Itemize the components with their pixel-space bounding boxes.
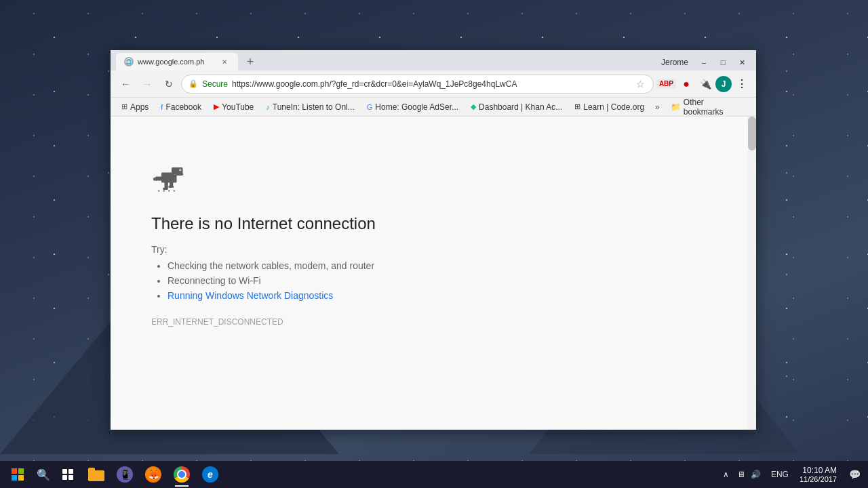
user-name-label: Jerome [661,58,688,67]
bookmark-google-ads[interactable]: G Home: Google AdSer... [361,100,464,114]
minimize-button[interactable]: – [695,56,713,69]
suggestion-3[interactable]: Running Windows Network Diagnostics [167,290,715,301]
taskbar-chrome[interactable] [168,461,195,488]
svg-rect-11 [169,186,174,188]
clock-date: 11/26/2017 [800,475,837,483]
error-try-label: Try: [151,244,715,255]
firefox-icon: 🦊 [145,466,161,483]
apps-icon: ⊞ [121,102,127,111]
secure-indicator: 🔒 [189,79,198,88]
menu-button[interactable]: ⋮ [733,75,751,93]
bookmark-youtube[interactable]: ▶ YouTube [208,100,259,114]
youtube-icon: ▶ [214,102,219,111]
tab-label: www.google.com.ph [138,58,204,66]
dino-icon [151,157,192,198]
scrollbar-thumb[interactable] [748,117,756,150]
other-bookmarks-folder[interactable]: 📁 Other bookmarks [665,96,751,119]
khan-icon: ◆ [471,102,476,111]
forward-button[interactable]: → [138,75,157,94]
taskbar-app-icons: 📱 🦊 e [83,461,224,488]
svg-point-15 [174,190,175,191]
bookmark-google-ads-label: Home: Google AdSer... [375,102,458,112]
bookmark-youtube-label: YouTube [222,102,254,112]
google-icon: G [367,103,373,111]
tab-close-button[interactable]: ✕ [219,56,230,67]
adblock-plus-button[interactable]: ABP [656,79,676,89]
browser-window: 🌐 www.google.com.ph ✕ + Jerome – □ ✕ ← →… [111,50,756,430]
bookmark-khan[interactable]: ◆ Dashboard | Khan Ac... [465,100,568,114]
close-button[interactable]: ✕ [733,56,751,69]
tunein-icon: ♪ [266,103,270,111]
taskbar-firefox[interactable]: 🦊 [140,461,167,488]
tray-up-arrow[interactable]: ∧ [719,468,733,481]
navigation-bar: ← → ↻ 🔒 Secure https://www.google.com.ph… [111,70,756,98]
extension-icons: ABP ● 🔌 J ⋮ [656,75,751,93]
network-icon[interactable]: 🖥 [734,468,748,481]
task-view-button[interactable] [56,462,80,487]
bookmark-apps-label: Apps [130,102,149,112]
url-display[interactable]: https://www.google.com.ph/?gfe_rd=cr&dcr… [232,79,631,89]
page-content: There is no Internet connection Try: Che… [111,117,756,430]
code-icon: ⊞ [574,102,580,111]
maximize-button[interactable]: □ [714,56,732,69]
bookmark-code-label: Learn | Code.org [583,102,644,112]
clock-time: 10:10 AM [802,466,837,475]
clock-display[interactable]: 10:10 AM 11/26/2017 [794,466,842,483]
search-button[interactable]: 🔍 [31,462,56,487]
bookmark-facebook[interactable]: f Facebook [155,100,207,114]
taskbar-edge[interactable]: e [197,461,224,488]
more-bookmarks-button[interactable]: » [651,100,664,114]
svg-rect-19 [68,475,73,480]
address-bar[interactable]: 🔒 Secure https://www.google.com.ph/?gfe_… [181,75,654,94]
refresh-button[interactable]: ↻ [159,75,178,94]
suggestion-2: Reconnecting to Wi-Fi [167,275,715,286]
bookmark-tunein-label: TuneIn: Listen to Onl... [273,102,355,112]
svg-point-3 [180,169,181,171]
bookmark-code[interactable]: ⊞ Learn | Code.org [569,100,650,114]
taskbar: 🔍 📱 🦊 [0,461,868,488]
svg-rect-7 [153,178,157,181]
bookmark-tunein[interactable]: ♪ TuneIn: Listen to Onl... [260,100,359,114]
svg-point-12 [158,190,159,191]
error-title: There is no Internet connection [151,214,715,233]
scrollbar[interactable] [748,117,756,430]
start-button[interactable] [4,461,31,488]
taskbar-viber[interactable]: 📱 [111,461,138,488]
svg-rect-16 [62,469,67,474]
svg-rect-18 [62,475,67,480]
bookmark-khan-label: Dashboard | Khan Ac... [479,102,562,112]
chrome-icon [174,466,190,483]
back-button[interactable]: ← [116,75,135,94]
svg-point-14 [168,190,170,191]
browser-tab[interactable]: 🌐 www.google.com.ph ✕ [116,53,238,70]
lastpass-button[interactable]: ● [677,75,695,93]
svg-rect-4 [179,174,183,175]
system-tray: ∧ 🖥 🔊 [717,468,766,481]
task-view-icon [62,469,73,480]
windows-logo-icon [12,468,24,481]
taskbar-file-explorer[interactable] [83,461,110,488]
error-suggestions: Checking the network cables, modem, and … [151,260,715,301]
bookmark-folder-icon: 📁 [671,102,681,112]
edge-icon: e [202,466,218,483]
svg-rect-10 [163,188,168,190]
desktop: 🌐 www.google.com.ph ✕ + Jerome – □ ✕ ← →… [0,0,868,488]
suggestion-1: Checking the network cables, modem, and … [167,260,715,271]
bookmark-apps[interactable]: ⊞ Apps [116,100,154,114]
volume-icon[interactable]: 🔊 [749,468,763,481]
extension-button[interactable]: 🔌 [696,75,714,93]
svg-rect-17 [68,469,73,474]
svg-rect-5 [171,177,174,179]
secure-label: Secure [202,79,228,89]
bookmarks-bar: ⊞ Apps f Facebook ▶ YouTube ♪ TuneIn: Li… [111,98,756,117]
new-tab-button[interactable]: + [241,53,260,70]
svg-point-13 [163,190,165,191]
language-indicator[interactable]: ENG [768,470,791,479]
network-diagnostics-link[interactable]: Running Windows Network Diagnostics [167,290,333,301]
window-controls: Jerome – □ ✕ [661,56,751,69]
user-avatar[interactable]: J [715,76,732,92]
tab-favicon: 🌐 [124,57,134,66]
bookmark-star-button[interactable]: ☆ [635,77,646,91]
notification-button[interactable]: 💬 [845,461,864,488]
viber-icon: 📱 [117,466,133,483]
